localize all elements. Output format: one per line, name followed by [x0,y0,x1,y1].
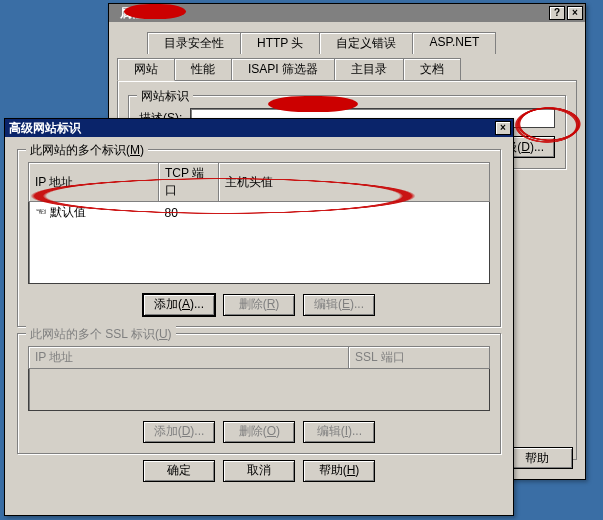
tab-website[interactable]: 网站 [117,58,175,81]
net-icon: ☜ [35,205,47,219]
cancel-button[interactable]: 取消 [223,460,295,482]
ssl-add-button: 添加(D)... [143,421,216,443]
tab-asp-net[interactable]: ASP.NET [412,32,496,54]
tab-directory-security[interactable]: 目录安全性 [147,32,241,54]
tab-performance[interactable]: 性能 [174,58,232,80]
col-ssl-ip: IP 地址 [29,346,349,368]
tab-http-headers[interactable]: HTTP 头 [240,32,320,54]
website-identity-legend: 网站标识 [137,88,193,105]
ssl-buttons: 添加(D)... 删除(O) 编辑(I)... [28,421,490,443]
identity-buttons: 添加(A)... 删除(R) 编辑(E)... [28,294,490,316]
col-tcp-port[interactable]: TCP 端口 [159,163,219,202]
edit-button[interactable]: 编辑(E)... [303,294,375,316]
advanced-window: 高级网站标识 × 此网站的多个标识(M) IP 地址 TCP 端口 主机头值 ☜… [4,118,514,516]
dialog-help-button[interactable]: 帮助(H) [303,460,375,482]
advanced-title: 高级网站标识 [9,120,493,137]
tab-custom-errors[interactable]: 自定义错误 [319,32,413,54]
close-button[interactable]: × [567,6,583,20]
col-host-header[interactable]: 主机头值 [219,163,490,202]
col-ssl-port: SSL 端口 [349,346,490,368]
tab-documents[interactable]: 文档 [403,58,461,80]
add-button[interactable]: 添加(A)... [143,294,215,316]
tab-home-directory[interactable]: 主目录 [334,58,404,80]
ssl-remove-button: 删除(O) [223,421,295,443]
multi-identity-group: 此网站的多个标识(M) IP 地址 TCP 端口 主机头值 ☜ 默认值 80 添… [17,149,501,327]
dialog-buttons: 确定 取消 帮助(H) [5,460,513,482]
multi-identity-legend: 此网站的多个标识(M) [26,142,148,159]
ssl-edit-button: 编辑(I)... [303,421,375,443]
col-ip[interactable]: IP 地址 [29,163,159,202]
ok-button[interactable]: 确定 [143,460,215,482]
ssl-identity-legend: 此网站的多个 SSL 标识(U) [26,326,176,343]
tab-isapi-filters[interactable]: ISAPI 筛选器 [231,58,335,80]
advanced-titlebar: 高级网站标识 × [5,119,513,137]
help-button[interactable]: ? [549,6,565,20]
identity-list[interactable]: IP 地址 TCP 端口 主机头值 ☜ 默认值 80 [28,162,490,284]
advanced-close-button[interactable]: × [495,121,511,135]
remove-button[interactable]: 删除(R) [223,294,295,316]
ssl-list: IP 地址 SSL 端口 [28,346,490,411]
table-row[interactable]: ☜ 默认值 80 [29,202,490,224]
properties-titlebar: 属性 ? × [109,4,585,22]
properties-title: 属性 [113,5,547,22]
ssl-identity-group: 此网站的多个 SSL 标识(U) IP 地址 SSL 端口 添加(D)... 删… [17,333,501,454]
